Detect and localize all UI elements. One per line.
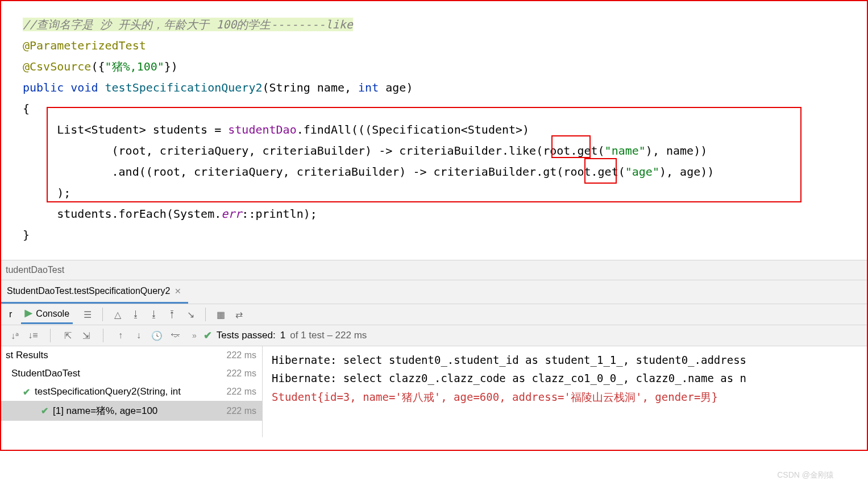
watermark: CSDN @金刚猿 — [777, 470, 834, 480]
main-highlight-border — [0, 0, 868, 451]
